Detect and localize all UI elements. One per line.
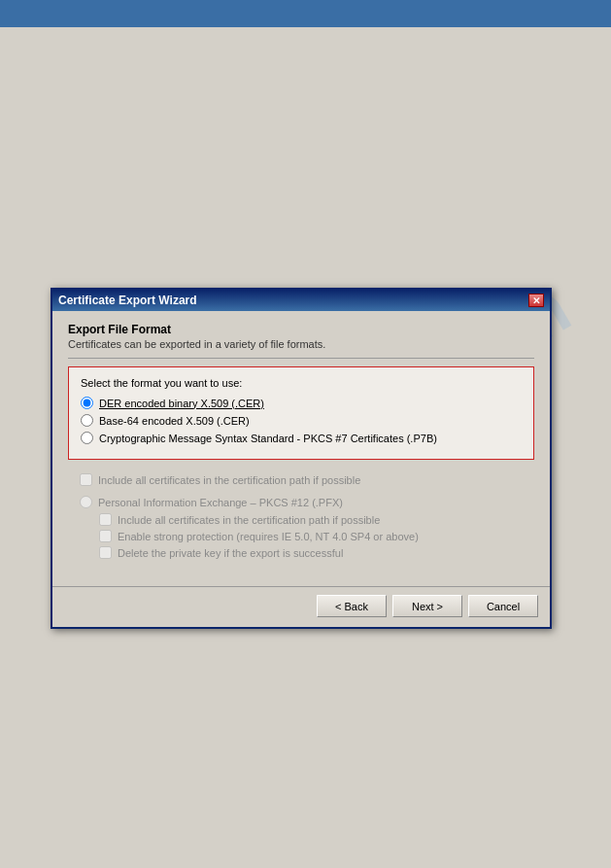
checkbox-include-all-1: [80, 473, 92, 486]
checkbox-option-include-all-1: Include all certificates in the certific…: [80, 473, 523, 486]
next-button[interactable]: Next >: [392, 595, 462, 617]
checkbox-strong-protection: Enable strong protection (requires IE 5.…: [99, 530, 523, 542]
checkbox-strong-protection-input: [99, 530, 112, 542]
checkbox-include-all-2: Include all certificates in the certific…: [99, 513, 523, 526]
cancel-button[interactable]: Cancel: [468, 595, 538, 617]
radio-der[interactable]: [81, 397, 93, 409]
radio-pkcs7[interactable]: [81, 432, 93, 444]
radio-pfx-label: Personal Information Exchange – PKCS #12…: [98, 497, 343, 508]
radio-pfx: [80, 496, 92, 508]
section-subtitle: Certificates can be exported in a variet…: [68, 338, 534, 350]
section-title: Export File Format: [68, 323, 534, 336]
certificate-export-dialog: Certificate Export Wizard ✕ Export File …: [51, 288, 552, 629]
page-background: manualdive.com Certificate Export Wizard…: [0, 27, 611, 868]
disabled-pfx-group: Personal Information Exchange – PKCS #12…: [68, 496, 534, 569]
checkbox-include-all-2-label: Include all certificates in the certific…: [118, 514, 380, 526]
radio-base64[interactable]: [81, 414, 93, 427]
checkbox-delete-key-label: Delete the private key if the export is …: [118, 547, 343, 559]
button-row: < Back Next > Cancel: [52, 586, 550, 627]
checkbox-delete-key: Delete the private key if the export is …: [99, 546, 523, 559]
section-header: Export File Format Certificates can be e…: [68, 323, 534, 350]
radio-base64-label[interactable]: Base-64 encoded X.509 (.CER): [99, 415, 250, 427]
dialog-title: Certificate Export Wizard: [58, 294, 197, 307]
options-label: Select the format you want to use:: [81, 377, 522, 389]
close-button[interactable]: ✕: [528, 294, 544, 307]
checkbox-delete-key-input: [99, 546, 112, 559]
back-button[interactable]: < Back: [317, 595, 387, 617]
radio-pkcs7-label[interactable]: Cryptographic Message Syntax Standard - …: [99, 433, 437, 444]
checkbox-include-all-2-input: [99, 513, 112, 526]
divider: [68, 358, 534, 359]
radio-der-label[interactable]: DER encoded binary X.509 (.CER): [99, 398, 264, 409]
pfx-options: Include all certificates in the certific…: [80, 513, 523, 559]
disabled-options-group1: Include all certificates in the certific…: [68, 468, 534, 496]
radio-option-pkcs7[interactable]: Cryptographic Message Syntax Standard - …: [81, 432, 522, 444]
taskbar: [0, 0, 611, 27]
checkbox-strong-protection-label: Enable strong protection (requires IE 5.…: [118, 531, 419, 542]
radio-option-pfx: Personal Information Exchange – PKCS #12…: [80, 496, 523, 508]
dialog-content: Export File Format Certificates can be e…: [52, 311, 550, 580]
radio-option-base64[interactable]: Base-64 encoded X.509 (.CER): [81, 414, 522, 427]
radio-option-der[interactable]: DER encoded binary X.509 (.CER): [81, 397, 522, 409]
options-box: Select the format you want to use: DER e…: [68, 366, 534, 460]
checkbox-include-all-1-label: Include all certificates in the certific…: [98, 474, 360, 486]
dialog-titlebar: Certificate Export Wizard ✕: [52, 290, 550, 311]
